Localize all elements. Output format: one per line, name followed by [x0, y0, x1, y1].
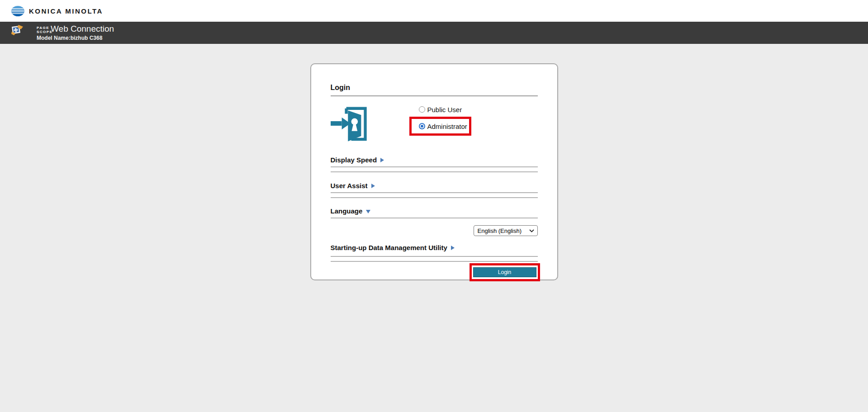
user-assist-toggle[interactable]: User Assist: [331, 182, 538, 189]
user-assist-label: User Assist: [331, 182, 368, 189]
divider: [331, 261, 538, 262]
radio-icon-administrator[interactable]: [419, 123, 425, 129]
radio-option-administrator[interactable]: Administrator: [419, 121, 467, 132]
login-dialog: Login Public User Administrator: [310, 63, 558, 280]
section-display-speed: Display Speed: [331, 156, 538, 172]
divider: [331, 171, 538, 172]
section-user-assist: User Assist: [331, 182, 538, 198]
select-chevron-icon: [529, 229, 534, 232]
section-startup-data-utility: Starting-up Data Management Utility Logi…: [331, 244, 538, 281]
login-button[interactable]: Login: [473, 267, 536, 277]
chevron-right-icon: [371, 184, 375, 188]
pagescope-icon: [11, 24, 24, 36]
divider: [331, 166, 538, 167]
divider: [331, 218, 538, 218]
brand-bar: KONICA MINOLTA: [0, 0, 868, 22]
user-type-options: Public User Administrator: [419, 104, 471, 143]
startup-data-utility-toggle[interactable]: Starting-up Data Management Utility: [331, 244, 538, 251]
radio-icon-public-user[interactable]: [419, 106, 425, 113]
language-label: Language: [331, 207, 363, 215]
radio-option-public-user[interactable]: Public User: [419, 104, 471, 115]
language-select[interactable]: English (English): [474, 225, 538, 236]
model-name: Model Name:bizhub C368: [37, 35, 102, 41]
radio-label-administrator[interactable]: Administrator: [427, 123, 467, 130]
konica-globe-icon: [11, 5, 25, 17]
login-door-icon: [331, 104, 368, 143]
display-speed-toggle[interactable]: Display Speed: [331, 156, 538, 164]
login-button-row: Login: [331, 263, 540, 281]
radio-label-public-user[interactable]: Public User: [427, 106, 462, 114]
divider: [331, 192, 538, 193]
brand-logo-text: KONICA MINOLTA: [29, 7, 103, 15]
startup-data-utility-label: Starting-up Data Management Utility: [331, 244, 447, 251]
language-select-row: English (English): [331, 225, 538, 236]
section-language: Language English (English): [331, 207, 538, 236]
app-title: Web Connection: [51, 23, 114, 35]
administrator-highlight-box: Administrator: [409, 117, 471, 136]
divider: [331, 197, 538, 198]
login-highlight-box: Login: [470, 263, 540, 281]
chevron-down-icon: [366, 210, 370, 213]
konica-minolta-logo: KONICA MINOLTA: [11, 5, 103, 17]
display-speed-label: Display Speed: [331, 156, 377, 164]
login-type-row: Public User Administrator: [331, 104, 538, 143]
app-header-bar: PAGE SCOPE Web Connection Model Name:biz…: [0, 22, 868, 44]
language-toggle[interactable]: Language: [331, 207, 538, 215]
login-panel-title: Login: [331, 84, 538, 96]
divider: [331, 256, 538, 257]
chevron-right-icon: [451, 246, 455, 250]
chevron-right-icon: [380, 158, 384, 162]
language-select-value: English (English): [478, 227, 522, 234]
